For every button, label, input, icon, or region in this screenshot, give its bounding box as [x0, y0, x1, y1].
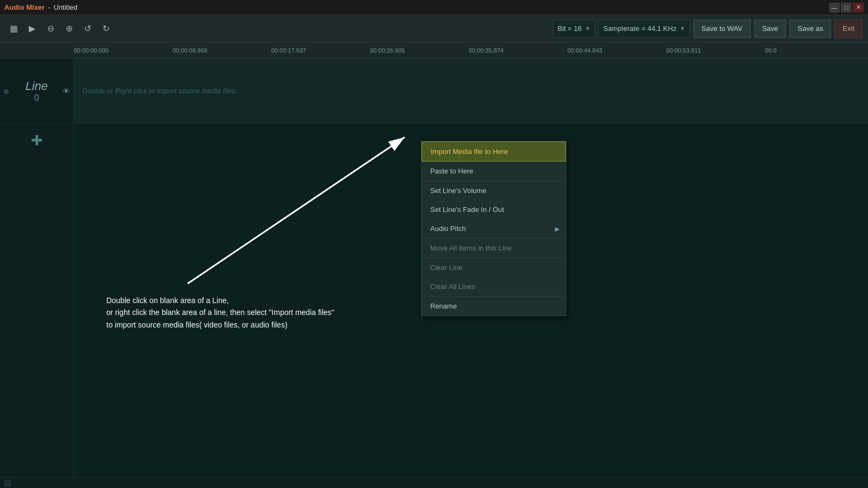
- menu-item-move-all: Move All Items in this Line: [422, 239, 566, 258]
- save-button[interactable]: Save: [754, 20, 787, 38]
- save-as-button[interactable]: Save as: [789, 20, 831, 38]
- line-number: 0: [34, 93, 39, 103]
- status-indicator: [4, 480, 11, 486]
- set-volume-label: Set Line's Volume: [430, 187, 487, 195]
- doc-name: Untitled: [54, 3, 78, 11]
- toolbar-right: Bit = 16 ▼ Samplerate = 44.1 KHz ▼ Save …: [553, 20, 863, 38]
- exit-button[interactable]: Exit: [834, 20, 863, 38]
- save-wav-button[interactable]: Save to WAV: [693, 20, 751, 38]
- app-name: Audio Mixer: [4, 3, 44, 11]
- sample-rate-label: Samplerate = 44.1 KHz: [603, 24, 676, 33]
- sample-rate-selector[interactable]: Samplerate = 44.1 KHz ▼: [598, 20, 690, 38]
- remove-line-icon[interactable]: ⊗: [3, 87, 9, 95]
- redo-button[interactable]: ↻: [98, 21, 114, 37]
- bit-rate-arrow[interactable]: ▼: [585, 25, 590, 31]
- line-icons: ⊗: [3, 87, 9, 95]
- close-button[interactable]: ✕: [853, 3, 864, 12]
- time-marker-3: 00:00:26.905: [370, 47, 405, 54]
- add-line-button[interactable]: ✚: [0, 124, 73, 158]
- menu-item-clear-line: Clear Line: [422, 258, 566, 277]
- time-marker-2: 00:00:17.937: [271, 47, 306, 54]
- rename-label: Rename: [430, 302, 457, 310]
- timeline-header: 00:00:00.000 00:00:08.968 00:00:17.937 0…: [0, 42, 868, 59]
- panel-toggle-button[interactable]: ▦: [5, 21, 22, 37]
- bit-rate-selector[interactable]: Bit = 16 ▼: [553, 20, 595, 38]
- left-panel: ⊗ Line 0 👁 ✚: [0, 59, 74, 488]
- undo-button[interactable]: ↺: [79, 21, 95, 37]
- eye-icon[interactable]: 👁: [62, 87, 70, 95]
- instruction-line-1: Double click on blank area of a Line,: [106, 294, 334, 306]
- import-label: Import Media file to Here: [431, 147, 508, 156]
- time-marker-6: 00:00:53.811: [666, 47, 701, 54]
- audio-pitch-label: Audio Pitch: [430, 224, 466, 233]
- title-bar: Audio Mixer - Untitled — □ ✕: [0, 0, 868, 15]
- menu-item-set-fade[interactable]: Set Line's Fade In / Out: [422, 200, 566, 219]
- paste-label: Paste to Here: [430, 167, 474, 175]
- menu-item-set-volume[interactable]: Set Line's Volume: [422, 181, 566, 200]
- play-button[interactable]: ▶: [24, 21, 40, 37]
- sample-rate-arrow[interactable]: ▼: [680, 25, 685, 31]
- bit-rate-label: Bit = 16: [558, 24, 582, 33]
- minimize-button[interactable]: —: [829, 3, 840, 12]
- time-marker-1: 00:00:08.968: [173, 47, 207, 54]
- svg-line-1: [188, 137, 405, 284]
- menu-item-rename[interactable]: Rename: [422, 297, 566, 316]
- clear-all-label: Clear All Lines: [430, 282, 475, 291]
- time-marker-4: 00:00:35.874: [469, 47, 503, 54]
- clear-line-label: Clear Line: [430, 264, 462, 272]
- toolbar: ▦ ▶ ⊖ ⊕ ↺ ↻ Bit = 16 ▼ Samplerate = 44.1…: [0, 15, 868, 42]
- menu-item-audio-pitch[interactable]: Audio Pitch ▶: [422, 219, 566, 238]
- time-marker-0: 00:00:00.000: [74, 47, 108, 54]
- zoom-in-button[interactable]: ⊕: [61, 21, 77, 37]
- submenu-arrow-icon: ▶: [555, 225, 559, 232]
- time-marker-7: 00:0: [765, 47, 776, 54]
- context-menu: Import Media file to Here Paste to Here …: [421, 141, 566, 316]
- track-row[interactable]: Double or Right click to import source m…: [74, 59, 868, 124]
- time-marker-5: 00:00:44.843: [567, 47, 602, 54]
- menu-item-clear-all: Clear All Lines: [422, 277, 566, 296]
- line-label-area: ⊗ Line 0 👁: [0, 59, 73, 124]
- instruction-line-3: to import source media files( video file…: [106, 319, 334, 331]
- title-separator: -: [48, 3, 50, 11]
- menu-item-import[interactable]: Import Media file to Here: [422, 142, 566, 162]
- instruction-line-2: or right click the blank area of a line,…: [106, 306, 334, 318]
- zoom-out-button[interactable]: ⊖: [42, 21, 59, 37]
- content-area[interactable]: Double or Right click to import source m…: [74, 59, 868, 488]
- set-fade-label: Set Line's Fade In / Out: [430, 206, 504, 214]
- window-controls: — □ ✕: [829, 3, 864, 12]
- line-title: Line: [25, 79, 48, 93]
- move-all-label: Move All Items in this Line: [430, 244, 512, 252]
- maximize-button[interactable]: □: [841, 3, 852, 12]
- instruction-text: Double click on blank area of a Line, or…: [106, 294, 334, 331]
- status-bar: [0, 477, 868, 488]
- main-area: ⊗ Line 0 👁 ✚ Double or Right click to im…: [0, 59, 868, 488]
- menu-item-paste[interactable]: Paste to Here: [422, 162, 566, 181]
- add-line-icon: ✚: [31, 132, 43, 149]
- track-placeholder: Double or Right click to import source m…: [82, 87, 237, 95]
